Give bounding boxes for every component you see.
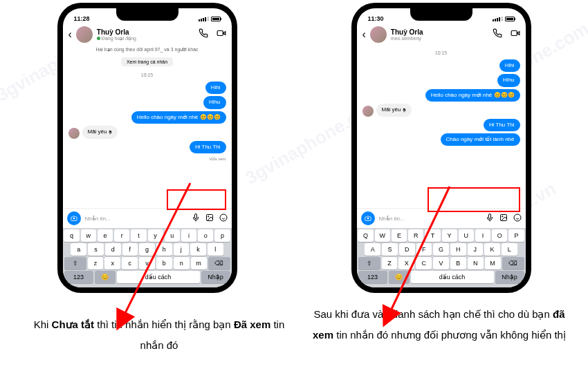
message-sent[interactable]: Hello chào ngày mới nhé 😊😊😊 — [425, 89, 520, 102]
svg-point-7 — [514, 214, 521, 221]
timestamp: 10:15 — [362, 50, 520, 55]
key-Q[interactable]: Q — [358, 229, 373, 242]
camera-button[interactable] — [361, 211, 375, 225]
user-status: meo.sembeny — [391, 36, 488, 41]
message-sent[interactable]: Hi Thu Thi — [484, 119, 520, 131]
message-sent[interactable]: Hihu — [203, 96, 226, 108]
key-O[interactable]: O — [492, 229, 507, 242]
backspace-key[interactable]: ⌫ — [208, 257, 230, 269]
mutual-info: Hai bạn cùng theo dõi april.97_ và 3 ngư… — [63, 46, 232, 54]
chat-header: ‹ Thuỳ OrlaĐang hoạt động — [63, 23, 232, 46]
video-icon[interactable] — [511, 28, 520, 41]
message-sent[interactable]: Chào ngày mới tốt lành nhé — [441, 133, 520, 146]
key-J[interactable]: J — [468, 243, 484, 256]
key-M[interactable]: M — [485, 257, 501, 269]
key-I[interactable]: I — [475, 229, 490, 242]
key-w[interactable]: w — [81, 229, 96, 242]
message-received[interactable]: Mãi yêu ạ — [82, 126, 118, 138]
avatar[interactable] — [76, 26, 93, 43]
message-sent[interactable]: Hihi — [499, 59, 520, 72]
message-received[interactable]: Mãi yêu ạ — [376, 104, 412, 116]
key-a[interactable]: a — [71, 243, 86, 256]
phone-icon[interactable] — [493, 28, 502, 41]
user-status: Đang hoạt động — [97, 36, 194, 41]
svg-rect-0 — [217, 31, 223, 36]
enter-key[interactable]: Nhập — [495, 271, 524, 283]
key-z[interactable]: z — [88, 257, 104, 269]
key-s[interactable]: s — [88, 243, 104, 256]
highlight-box — [428, 187, 520, 212]
svg-point-2 — [208, 216, 209, 218]
key-q[interactable]: q — [64, 229, 79, 242]
sticker-icon[interactable] — [219, 212, 228, 225]
svg-rect-4 — [511, 31, 517, 36]
shift-key[interactable]: ⇧ — [64, 257, 86, 269]
avatar[interactable] — [370, 26, 387, 43]
key-P[interactable]: P — [508, 229, 524, 242]
back-icon[interactable]: ‹ — [362, 28, 366, 41]
svg-point-6 — [502, 216, 503, 218]
phone-icon[interactable] — [199, 28, 208, 41]
key-N[interactable]: N — [468, 257, 484, 269]
key-l[interactable]: l — [208, 243, 223, 256]
chat-header: ‹ Thuỳ Orlameo.sembeny — [357, 23, 526, 46]
video-icon[interactable] — [217, 28, 226, 41]
mic-icon[interactable] — [486, 212, 494, 225]
back-icon[interactable]: ‹ — [68, 28, 72, 41]
image-icon[interactable] — [205, 212, 214, 225]
backspace-key[interactable]: ⌫ — [502, 257, 524, 269]
key-L[interactable]: L — [502, 243, 517, 256]
message-sent[interactable]: Hihi — [205, 82, 226, 94]
svg-point-3 — [220, 214, 227, 221]
enter-key[interactable]: Nhập — [201, 271, 230, 283]
highlight-box — [167, 189, 226, 210]
num-key[interactable]: 123 — [64, 271, 93, 283]
user-name[interactable]: Thuỳ Orla — [391, 28, 488, 36]
message-sent[interactable]: Hihu — [497, 74, 520, 86]
message-sent[interactable]: Hi Thu Thi — [190, 141, 226, 153]
seen-status: Vừa xem — [209, 156, 226, 161]
message-sent[interactable]: Hello chào ngày mới nhé 😊😊😊 — [131, 111, 226, 124]
sticker-icon[interactable] — [513, 212, 522, 225]
key-K[interactable]: K — [484, 243, 500, 256]
camera-button[interactable] — [67, 211, 81, 225]
key-p[interactable]: p — [214, 229, 230, 242]
timestamp: 10:15 — [68, 73, 226, 77]
user-name[interactable]: Thuỳ Orla — [97, 28, 194, 36]
avatar-small — [362, 106, 374, 117]
image-icon[interactable] — [499, 212, 508, 225]
avatar-small — [68, 128, 80, 139]
view-profile-button[interactable]: Xem trang cá nhân — [121, 57, 173, 66]
